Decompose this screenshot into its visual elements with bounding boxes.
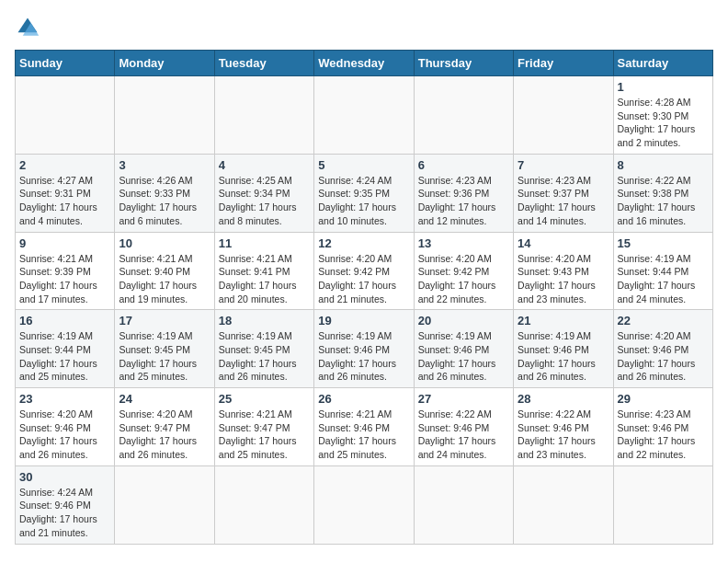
day-number: 23 (19, 392, 110, 406)
day-info: Sunrise: 4:19 AM Sunset: 9:45 PM Dayligh… (219, 329, 310, 384)
weekday-header-tuesday: Tuesday (214, 51, 313, 76)
calendar-cell (115, 76, 214, 155)
day-number: 15 (618, 236, 709, 250)
calendar-cell: 21Sunrise: 4:19 AM Sunset: 9:46 PM Dayli… (514, 310, 613, 388)
calendar-cell: 16Sunrise: 4:19 AM Sunset: 9:44 PM Dayli… (16, 310, 115, 388)
day-info: Sunrise: 4:22 AM Sunset: 9:46 PM Dayligh… (418, 408, 509, 462)
day-number: 28 (518, 392, 609, 406)
day-info: Sunrise: 4:27 AM Sunset: 9:31 PM Dayligh… (19, 174, 110, 228)
day-number: 13 (418, 236, 509, 250)
calendar-cell (214, 76, 313, 155)
calendar-cell: 9Sunrise: 4:21 AM Sunset: 9:39 PM Daylig… (16, 232, 115, 310)
day-info: Sunrise: 4:20 AM Sunset: 9:43 PM Dayligh… (518, 252, 609, 306)
day-info: Sunrise: 4:19 AM Sunset: 9:44 PM Dayligh… (618, 252, 709, 306)
calendar-cell: 19Sunrise: 4:19 AM Sunset: 9:46 PM Dayli… (314, 310, 414, 388)
day-number: 14 (518, 236, 609, 250)
calendar-cell: 23Sunrise: 4:20 AM Sunset: 9:46 PM Dayli… (16, 388, 115, 466)
day-info: Sunrise: 4:25 AM Sunset: 9:34 PM Dayligh… (219, 174, 310, 228)
calendar-cell (514, 76, 613, 155)
day-info: Sunrise: 4:20 AM Sunset: 9:42 PM Dayligh… (318, 252, 409, 306)
day-info: Sunrise: 4:22 AM Sunset: 9:46 PM Dayligh… (518, 408, 609, 462)
day-number: 16 (19, 314, 110, 327)
day-number: 26 (318, 392, 409, 406)
day-number: 1 (618, 80, 709, 94)
day-info: Sunrise: 4:20 AM Sunset: 9:47 PM Dayligh… (119, 408, 210, 462)
calendar-cell: 28Sunrise: 4:22 AM Sunset: 9:46 PM Dayli… (514, 388, 613, 466)
day-info: Sunrise: 4:20 AM Sunset: 9:42 PM Dayligh… (418, 252, 509, 306)
day-info: Sunrise: 4:19 AM Sunset: 9:46 PM Dayligh… (418, 329, 509, 384)
calendar-cell (314, 465, 414, 544)
day-info: Sunrise: 4:23 AM Sunset: 9:37 PM Dayligh… (518, 174, 609, 228)
day-info: Sunrise: 4:24 AM Sunset: 9:46 PM Dayligh… (19, 486, 110, 540)
day-number: 24 (119, 392, 210, 406)
day-number: 21 (518, 314, 609, 327)
day-info: Sunrise: 4:23 AM Sunset: 9:36 PM Dayligh… (418, 174, 509, 228)
weekday-header-thursday: Thursday (414, 51, 513, 76)
day-info: Sunrise: 4:19 AM Sunset: 9:45 PM Dayligh… (119, 329, 210, 384)
calendar-cell (16, 76, 115, 155)
logo (15, 15, 44, 40)
day-number: 29 (618, 392, 709, 406)
day-number: 22 (618, 314, 709, 327)
day-number: 12 (318, 236, 409, 250)
day-number: 8 (618, 158, 709, 172)
calendar-cell (414, 76, 513, 155)
day-number: 3 (119, 158, 210, 172)
day-info: Sunrise: 4:19 AM Sunset: 9:44 PM Dayligh… (19, 329, 110, 384)
day-number: 2 (19, 158, 110, 172)
calendar-cell: 7Sunrise: 4:23 AM Sunset: 9:37 PM Daylig… (514, 154, 613, 232)
day-info: Sunrise: 4:21 AM Sunset: 9:47 PM Dayligh… (219, 408, 310, 462)
calendar-cell (314, 76, 414, 155)
day-info: Sunrise: 4:21 AM Sunset: 9:40 PM Dayligh… (119, 252, 210, 306)
day-info: Sunrise: 4:24 AM Sunset: 9:35 PM Dayligh… (318, 174, 409, 228)
calendar-cell (414, 465, 513, 544)
page-header (15, 15, 713, 40)
day-number: 19 (318, 314, 409, 327)
day-info: Sunrise: 4:21 AM Sunset: 9:39 PM Dayligh… (19, 252, 110, 306)
weekday-header-monday: Monday (115, 51, 214, 76)
calendar-cell: 3Sunrise: 4:26 AM Sunset: 9:33 PM Daylig… (115, 154, 214, 232)
day-number: 4 (219, 158, 310, 172)
day-number: 20 (418, 314, 509, 327)
calendar-cell: 27Sunrise: 4:22 AM Sunset: 9:46 PM Dayli… (414, 388, 513, 466)
weekday-header-friday: Friday (514, 51, 613, 76)
calendar-cell: 17Sunrise: 4:19 AM Sunset: 9:45 PM Dayli… (115, 310, 214, 388)
day-number: 17 (119, 314, 210, 327)
calendar-cell: 5Sunrise: 4:24 AM Sunset: 9:35 PM Daylig… (314, 154, 414, 232)
calendar-cell (613, 465, 712, 544)
calendar-cell: 12Sunrise: 4:20 AM Sunset: 9:42 PM Dayli… (314, 232, 414, 310)
calendar-cell (514, 465, 613, 544)
day-number: 5 (318, 158, 409, 172)
day-info: Sunrise: 4:19 AM Sunset: 9:46 PM Dayligh… (318, 329, 409, 384)
calendar: SundayMondayTuesdayWednesdayThursdayFrid… (15, 50, 713, 545)
logo-icon (15, 15, 40, 40)
day-number: 11 (219, 236, 310, 250)
day-number: 18 (219, 314, 310, 327)
calendar-cell: 10Sunrise: 4:21 AM Sunset: 9:40 PM Dayli… (115, 232, 214, 310)
calendar-cell: 18Sunrise: 4:19 AM Sunset: 9:45 PM Dayli… (214, 310, 313, 388)
calendar-cell: 15Sunrise: 4:19 AM Sunset: 9:44 PM Dayli… (613, 232, 712, 310)
weekday-header-sunday: Sunday (16, 51, 115, 76)
day-number: 6 (418, 158, 509, 172)
day-info: Sunrise: 4:23 AM Sunset: 9:46 PM Dayligh… (618, 408, 709, 462)
calendar-cell: 6Sunrise: 4:23 AM Sunset: 9:36 PM Daylig… (414, 154, 513, 232)
calendar-cell: 24Sunrise: 4:20 AM Sunset: 9:47 PM Dayli… (115, 388, 214, 466)
day-info: Sunrise: 4:22 AM Sunset: 9:38 PM Dayligh… (618, 174, 709, 228)
calendar-cell (214, 465, 313, 544)
day-number: 9 (19, 236, 110, 250)
weekday-header-saturday: Saturday (613, 51, 712, 76)
calendar-cell (115, 465, 214, 544)
day-info: Sunrise: 4:20 AM Sunset: 9:46 PM Dayligh… (19, 408, 110, 462)
calendar-cell: 2Sunrise: 4:27 AM Sunset: 9:31 PM Daylig… (16, 154, 115, 232)
calendar-cell: 14Sunrise: 4:20 AM Sunset: 9:43 PM Dayli… (514, 232, 613, 310)
day-number: 25 (219, 392, 310, 406)
day-info: Sunrise: 4:26 AM Sunset: 9:33 PM Dayligh… (119, 174, 210, 228)
day-info: Sunrise: 4:20 AM Sunset: 9:46 PM Dayligh… (618, 329, 709, 384)
day-info: Sunrise: 4:21 AM Sunset: 9:41 PM Dayligh… (219, 252, 310, 306)
calendar-cell: 29Sunrise: 4:23 AM Sunset: 9:46 PM Dayli… (613, 388, 712, 466)
calendar-cell: 8Sunrise: 4:22 AM Sunset: 9:38 PM Daylig… (613, 154, 712, 232)
day-number: 7 (518, 158, 609, 172)
calendar-cell: 26Sunrise: 4:21 AM Sunset: 9:46 PM Dayli… (314, 388, 414, 466)
day-number: 30 (19, 470, 110, 484)
day-number: 10 (119, 236, 210, 250)
